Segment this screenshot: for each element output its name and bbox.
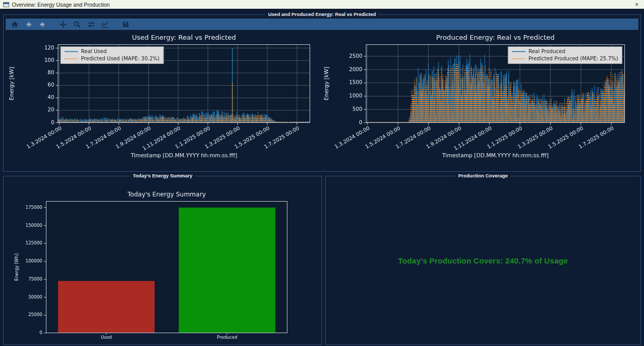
frame-energy-summary: Today's Energy Summary [3, 176, 322, 345]
line-chart-icon [101, 21, 109, 28]
close-button[interactable]: × [633, 1, 641, 8]
frame-label-top: Used and Produced Energy: Real vs Predic… [265, 11, 378, 17]
forward-arrow-icon [39, 21, 46, 28]
save-floppy-icon [122, 21, 130, 28]
window-body: Used and Produced Energy: Real vs Predic… [0, 14, 644, 346]
titlebar[interactable]: Overview: Energy Usage and Production × [0, 0, 644, 9]
bottom-row: Today's Energy Summary Production Covera… [3, 176, 641, 345]
home-icon [11, 21, 19, 28]
edit-axes-button[interactable] [99, 19, 110, 29]
charts-row [4, 31, 640, 169]
back-arrow-icon [25, 21, 33, 28]
window-title: Overview: Energy Usage and Production [12, 2, 110, 8]
produced-energy-chart-canvas[interactable] [318, 31, 633, 169]
used-energy-chart-canvas[interactable] [4, 31, 318, 169]
frame-production-coverage: Production Coverage Today's Production C… [325, 176, 641, 345]
frame-label-energy-summary: Today's Energy Summary [130, 173, 195, 178]
app-window: { "window": { "title": "Overview: Energy… [0, 0, 644, 346]
home-button[interactable] [9, 19, 20, 29]
sliders-icon [87, 21, 95, 28]
pan-move-icon [59, 21, 67, 28]
energy-summary-chart-canvas[interactable] [5, 179, 317, 341]
back-button[interactable] [23, 19, 34, 29]
pan-button[interactable] [57, 19, 69, 29]
zoom-button[interactable] [71, 19, 83, 29]
matplotlib-toolbar [6, 19, 638, 30]
forward-button[interactable] [37, 19, 48, 29]
save-button[interactable] [120, 19, 131, 29]
frame-label-production-coverage: Production Coverage [456, 173, 510, 178]
configure-subplots-button[interactable] [85, 19, 96, 29]
coverage-text: Today's Production Covers: 240.7% of Usa… [398, 256, 568, 265]
frame-used-produced-energy: Used and Produced Energy: Real vs Predic… [3, 14, 641, 172]
zoom-magnifier-icon [73, 21, 81, 28]
app-icon [3, 2, 9, 8]
